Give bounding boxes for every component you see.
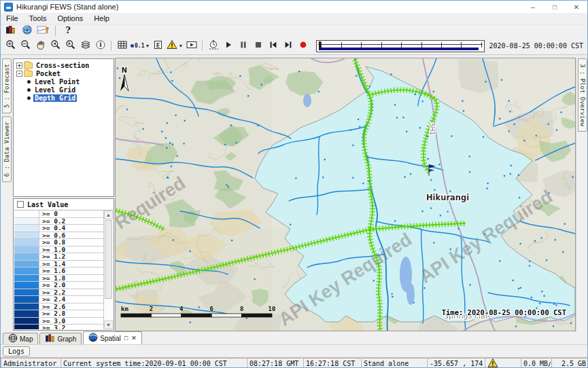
tree-expander-icon[interactable]: + xyxy=(16,62,22,69)
time-slider-tick xyxy=(421,42,422,48)
status-coordinates: -35.657 , 174.199 xyxy=(427,358,485,368)
legend-color-swatch xyxy=(14,246,39,253)
tree-item-depth-grid[interactable]: Depth Grid xyxy=(15,94,114,102)
legend-toggle-icon: E xyxy=(153,39,163,53)
pause-button[interactable] xyxy=(236,39,250,52)
zoom-out-button[interactable] xyxy=(18,39,33,52)
pan-button[interactable] xyxy=(33,39,48,52)
layers-button[interactable] xyxy=(78,39,92,52)
legend-class-label: >= 2.8 xyxy=(39,310,103,317)
app-window: Hikurangi FEWS (Stand alone) –□✕ FileToo… xyxy=(0,0,588,368)
tab-graph[interactable]: Graph xyxy=(39,333,82,344)
chevron-down-icon: ▼ xyxy=(178,43,183,48)
zoom-in-icon xyxy=(5,39,16,53)
zoom-next-button[interactable] xyxy=(63,39,77,52)
menu-item-file[interactable]: File xyxy=(1,14,24,22)
map-view[interactable]: API Key Required API Key Required API Ke… xyxy=(115,58,576,331)
map-display-globe-button[interactable] xyxy=(20,24,34,37)
folder-icon xyxy=(24,71,33,77)
menu-bar: FileToolsOptionsHelp xyxy=(1,13,587,24)
last-value-checkbox[interactable] xyxy=(17,201,24,208)
current-time-label: 2020-08-25 00:00:00 CST xyxy=(489,42,585,50)
tree-item-cross-section[interactable]: +Cross-section xyxy=(15,61,114,69)
logs-row: Logs xyxy=(1,344,587,357)
tab-maximize-icon[interactable]: □ xyxy=(124,335,128,342)
warnings-button[interactable]: ▼ xyxy=(166,39,184,52)
timeseries-profile-icon xyxy=(37,24,50,38)
timer-button[interactable] xyxy=(206,39,220,52)
timeseries-profile-button[interactable] xyxy=(36,24,50,37)
tree-expander-icon[interactable]: - xyxy=(16,71,22,77)
window-close-button[interactable]: ✕ xyxy=(566,1,587,13)
step-back-button[interactable] xyxy=(266,39,280,52)
stop-button[interactable] xyxy=(251,39,265,52)
scroll-down-icon[interactable]: ▼ xyxy=(104,320,113,329)
legend-scrollbar[interactable]: ▲ ▼ xyxy=(103,210,113,329)
pan-icon xyxy=(35,39,46,53)
play-button[interactable] xyxy=(221,39,235,52)
legend-row[interactable]: >= 0.4 xyxy=(14,225,103,232)
maximize-icon: □ xyxy=(553,3,557,11)
legend-class-label: >= 1.8 xyxy=(39,275,103,282)
status-memory: 2.5 GB xyxy=(551,358,588,368)
menu-item-options[interactable]: Options xyxy=(52,14,88,22)
step-forward-icon xyxy=(283,39,294,53)
legend-color-swatch xyxy=(14,210,39,217)
step-forward-button[interactable] xyxy=(281,39,295,52)
legend-class-label: >= 1.6 xyxy=(39,268,103,274)
legend-row[interactable]: >= 0 xyxy=(14,210,103,218)
toolbar-separator xyxy=(55,26,56,36)
layers-icon xyxy=(80,39,91,53)
window-minimize-button[interactable]: – xyxy=(522,1,544,13)
menu-item-help[interactable]: Help xyxy=(88,14,115,22)
record-button[interactable] xyxy=(296,39,310,52)
right-tab-3-plot-overview[interactable]: 3 : Plot Overview xyxy=(578,58,587,132)
legend-row[interactable]: >= 3.2 xyxy=(14,325,103,329)
time-slider-tick xyxy=(401,42,402,48)
window-maximize-button[interactable]: □ xyxy=(544,1,566,13)
zoom-in-button[interactable] xyxy=(3,39,18,52)
map-time-label: Time: 2020-08-25 00:00:00 CST xyxy=(442,308,566,316)
time-slider[interactable] xyxy=(316,40,484,52)
explorer-bars-button[interactable] xyxy=(3,24,18,37)
interval-button[interactable]: 0.1▼ xyxy=(130,39,150,52)
status-mode: Stand alone xyxy=(361,358,427,368)
scale-tick-label: 6 xyxy=(209,306,213,312)
help-button[interactable]: ? xyxy=(60,24,75,37)
tab-close-icon[interactable]: ✕ xyxy=(131,335,137,342)
menu-item-tools[interactable]: Tools xyxy=(24,14,52,22)
scroll-up-icon[interactable]: ▲ xyxy=(104,210,113,219)
legend-toggle-button[interactable]: E xyxy=(151,39,165,52)
map-display-globe-icon xyxy=(22,24,33,38)
left-tab-5-forecast[interactable]: 5 : Forecast xyxy=(2,58,12,113)
toolbar-separator xyxy=(202,41,203,51)
grid-button[interactable] xyxy=(115,39,129,52)
timer-icon xyxy=(208,39,219,53)
legend-color-swatch xyxy=(14,225,39,232)
left-tab-6-data-viewer[interactable]: 6 : Data Viewer xyxy=(2,116,12,182)
animation-button[interactable] xyxy=(184,39,198,52)
tab-label: Map xyxy=(20,335,33,343)
legend-class-label: >= 0 xyxy=(39,210,103,217)
scrollbar-thumb[interactable] xyxy=(105,220,112,299)
tree-item-level-point[interactable]: Level Point xyxy=(15,77,114,86)
status-coordinates-text: -35.657 , 174.199 xyxy=(430,360,485,367)
tab-label: Graph xyxy=(57,335,76,343)
scrollbar-track[interactable] xyxy=(104,219,113,320)
tree-item-pocket[interactable]: -Pocket xyxy=(15,69,114,77)
bullet-icon xyxy=(27,88,31,92)
logs-button[interactable]: Logs xyxy=(3,346,30,356)
data-viewer-panel: +Cross-section-PocketLevel PointLevel Gr… xyxy=(12,58,115,331)
info-button[interactable]: i xyxy=(93,39,107,52)
status-warning-icon[interactable] xyxy=(487,358,498,368)
graph-bars-icon xyxy=(45,333,55,344)
status-mode-text: Stand alone xyxy=(364,360,409,367)
legend-row[interactable]: >= 0.8 xyxy=(14,239,103,246)
tab-spatial[interactable]: Spatial□✕ xyxy=(83,331,142,344)
time-slider-tick xyxy=(321,42,322,48)
status-system-time: Current system time:2020-09-01 00:00 CST xyxy=(60,358,247,368)
scale-tick-label: 4 xyxy=(179,306,184,312)
tab-map[interactable]: Map xyxy=(3,333,38,344)
zoom-previous-button[interactable] xyxy=(48,39,63,52)
tree-item-level-grid[interactable]: Level Grid xyxy=(15,86,114,94)
